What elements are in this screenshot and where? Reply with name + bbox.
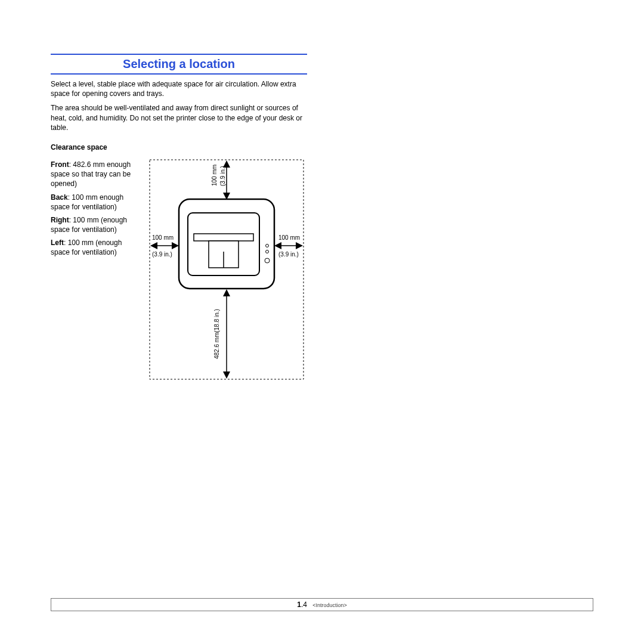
section-title: Selecting a location [51, 55, 307, 73]
paragraph-1: Select a level, stable place with adequa… [51, 79, 307, 98]
clearance-left: Left: 100 mm (enough space for ventilati… [51, 238, 140, 257]
svg-rect-4 [194, 234, 253, 241]
dim-right-in: (3.9 in.) [278, 251, 299, 258]
clearance-list: Front: 482.6 mm enough space so that tra… [51, 156, 140, 261]
clearance-front: Front: 482.6 mm enough space so that tra… [51, 160, 140, 189]
footer-chapter: 1 [297, 600, 301, 609]
dim-front: 482.6 mm(18.8 in.) [213, 309, 220, 359]
clearance-right: Right: 100 mm (enough space for ventilat… [51, 215, 140, 234]
subheading-clearance: Clearance space [51, 143, 307, 151]
dim-left-mm: 100 mm [152, 234, 174, 241]
dim-top-in: (3.9 in.) [219, 166, 226, 186]
footer-page: .4 [301, 600, 307, 609]
dim-right-mm: 100 mm [278, 234, 300, 241]
footer-crumb: <Introduction> [312, 602, 347, 608]
rule-bottom [51, 73, 307, 75]
clearance-back: Back: 100 mm enough space for ventilatio… [51, 193, 140, 212]
clearance-diagram: 100 mm (3.9 in.) 10 [146, 156, 307, 383]
page-footer: 1.4 <Introduction> [51, 598, 593, 611]
paragraph-2: The area should be well-ventilated and a… [51, 103, 307, 132]
printer-icon [179, 199, 274, 289]
dim-left-in: (3.9 in.) [152, 251, 172, 258]
dim-top-mm: 100 mm [211, 165, 218, 186]
